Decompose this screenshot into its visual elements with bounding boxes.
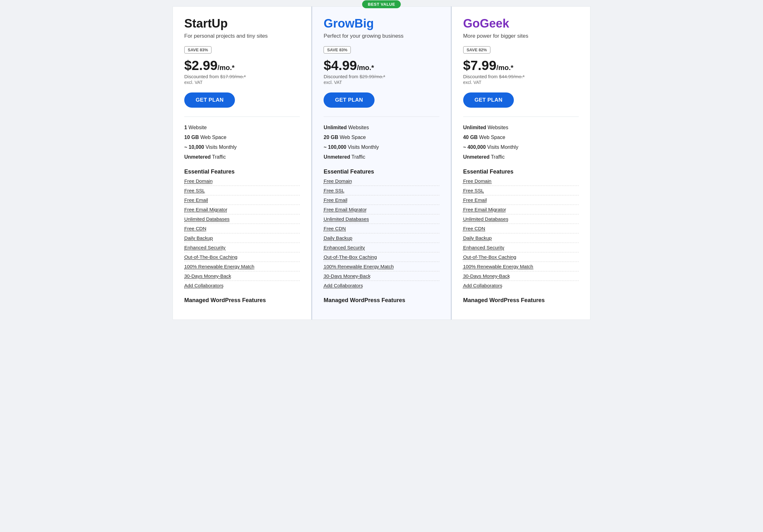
save-badge-growbig: SAVE 83%: [324, 46, 351, 53]
best-value-badge: BEST VALUE: [362, 0, 401, 8]
essential-item[interactable]: Unlimited Databases: [463, 216, 579, 224]
plan-card-gogeek: GoGeekMore power for bigger sitesSAVE 82…: [452, 6, 591, 320]
essential-item[interactable]: Add Collaborators: [184, 283, 300, 290]
essential-item[interactable]: Unlimited Databases: [184, 216, 300, 224]
essential-list-growbig: Free DomainFree SSLFree EmailFree Email …: [324, 178, 439, 292]
essential-item[interactable]: Unlimited Databases: [324, 216, 439, 224]
spec-item: Unlimited Websites: [324, 124, 439, 131]
essential-item[interactable]: Free CDN: [463, 226, 579, 233]
essential-list-startup: Free DomainFree SSLFree EmailFree Email …: [184, 178, 300, 292]
spec-item: Unmetered Traffic: [463, 153, 579, 161]
specs-list-growbig: Unlimited Websites20 GB Web Space~ 100,0…: [324, 124, 439, 161]
essential-item[interactable]: Free SSL: [184, 188, 300, 195]
spec-item: ~ 400,000 Visits Monthly: [463, 144, 579, 151]
essential-item[interactable]: Free Email Migrator: [324, 207, 439, 214]
plan-tagline-gogeek: More power for bigger sites: [463, 33, 579, 39]
excl-vat-startup: excl. VAT: [184, 80, 300, 85]
specs-list-startup: 1 Website10 GB Web Space~ 10,000 Visits …: [184, 124, 300, 161]
spec-item: 1 Website: [184, 124, 300, 131]
plan-price-startup: $2.99/mo.*: [184, 58, 300, 73]
essential-item[interactable]: Add Collaborators: [463, 283, 579, 290]
essential-item[interactable]: 30-Days Money-Back: [463, 273, 579, 281]
essential-item[interactable]: Out-of-The-Box Caching: [463, 254, 579, 262]
essential-item[interactable]: Free CDN: [324, 226, 439, 233]
essential-item[interactable]: Out-of-The-Box Caching: [184, 254, 300, 262]
discounted-from-gogeek: Discounted from $44.99/mo.*: [463, 74, 579, 79]
get-plan-button-growbig[interactable]: GET PLAN: [324, 92, 374, 108]
spec-item: ~ 100,000 Visits Monthly: [324, 144, 439, 151]
essential-item[interactable]: Free Email Migrator: [463, 207, 579, 214]
save-badge-startup: SAVE 83%: [184, 46, 211, 53]
essential-item[interactable]: Free CDN: [184, 226, 300, 233]
discounted-from-startup: Discounted from $17.99/mo.*: [184, 74, 300, 79]
essential-item[interactable]: Enhanced Security: [463, 245, 579, 253]
spec-item: ~ 10,000 Visits Monthly: [184, 144, 300, 151]
managed-wp-title-growbig: Managed WordPress Features: [324, 297, 439, 304]
plan-name-gogeek: GoGeek: [463, 17, 579, 30]
essential-item[interactable]: 30-Days Money-Back: [184, 273, 300, 281]
essential-item[interactable]: Free Email Migrator: [184, 207, 300, 214]
essential-item[interactable]: 100% Renewable Energy Match: [463, 264, 579, 271]
essential-features-title-growbig: Essential Features: [324, 168, 439, 175]
essential-item[interactable]: Free SSL: [463, 188, 579, 195]
essential-item[interactable]: 100% Renewable Energy Match: [324, 264, 439, 271]
essential-item[interactable]: 30-Days Money-Back: [324, 273, 439, 281]
essential-item[interactable]: Free Email: [463, 197, 579, 205]
spec-item: 10 GB Web Space: [184, 134, 300, 141]
essential-item[interactable]: Free Domain: [463, 178, 579, 186]
essential-item[interactable]: Out-of-The-Box Caching: [324, 254, 439, 262]
spec-item: 20 GB Web Space: [324, 134, 439, 141]
spec-item: 40 GB Web Space: [463, 134, 579, 141]
essential-item[interactable]: Enhanced Security: [184, 245, 300, 253]
essential-item[interactable]: 100% Renewable Energy Match: [184, 264, 300, 271]
pricing-container: StartUpFor personal projects and tiny si…: [172, 6, 591, 320]
essential-item[interactable]: Free Email: [184, 197, 300, 205]
plan-card-growbig: BEST VALUEGrowBigPerfect for your growin…: [311, 6, 451, 320]
specs-list-gogeek: Unlimited Websites40 GB Web Space~ 400,0…: [463, 124, 579, 161]
plan-price-gogeek: $7.99/mo.*: [463, 58, 579, 73]
save-badge-gogeek: SAVE 82%: [463, 46, 490, 53]
managed-wp-title-gogeek: Managed WordPress Features: [463, 297, 579, 304]
managed-wp-title-startup: Managed WordPress Features: [184, 297, 300, 304]
excl-vat-growbig: excl. VAT: [324, 80, 439, 85]
divider-startup: [184, 117, 300, 117]
divider-gogeek: [463, 117, 579, 117]
divider-growbig: [324, 117, 439, 117]
get-plan-button-startup[interactable]: GET PLAN: [184, 92, 235, 108]
plan-price-growbig: $4.99/mo.*: [324, 58, 439, 73]
spec-item: Unmetered Traffic: [184, 153, 300, 161]
spec-item: Unlimited Websites: [463, 124, 579, 131]
excl-vat-gogeek: excl. VAT: [463, 80, 579, 85]
plan-tagline-startup: For personal projects and tiny sites: [184, 33, 300, 39]
essential-item[interactable]: Enhanced Security: [324, 245, 439, 253]
essential-item[interactable]: Daily Backup: [463, 235, 579, 243]
essential-item[interactable]: Free Domain: [184, 178, 300, 186]
plan-card-startup: StartUpFor personal projects and tiny si…: [172, 6, 311, 320]
discounted-from-growbig: Discounted from $29.99/mo.*: [324, 74, 439, 79]
plan-name-growbig: GrowBig: [324, 17, 439, 30]
essential-item[interactable]: Daily Backup: [184, 235, 300, 243]
plan-name-startup: StartUp: [184, 17, 300, 30]
spec-item: Unmetered Traffic: [324, 153, 439, 161]
get-plan-button-gogeek[interactable]: GET PLAN: [463, 92, 514, 108]
essential-item[interactable]: Free Email: [324, 197, 439, 205]
essential-features-title-startup: Essential Features: [184, 168, 300, 175]
essential-item[interactable]: Free SSL: [324, 188, 439, 195]
essential-item[interactable]: Add Collaborators: [324, 283, 439, 290]
essential-features-title-gogeek: Essential Features: [463, 168, 579, 175]
essential-item[interactable]: Free Domain: [324, 178, 439, 186]
plan-tagline-growbig: Perfect for your growing business: [324, 33, 439, 39]
essential-item[interactable]: Daily Backup: [324, 235, 439, 243]
essential-list-gogeek: Free DomainFree SSLFree EmailFree Email …: [463, 178, 579, 292]
